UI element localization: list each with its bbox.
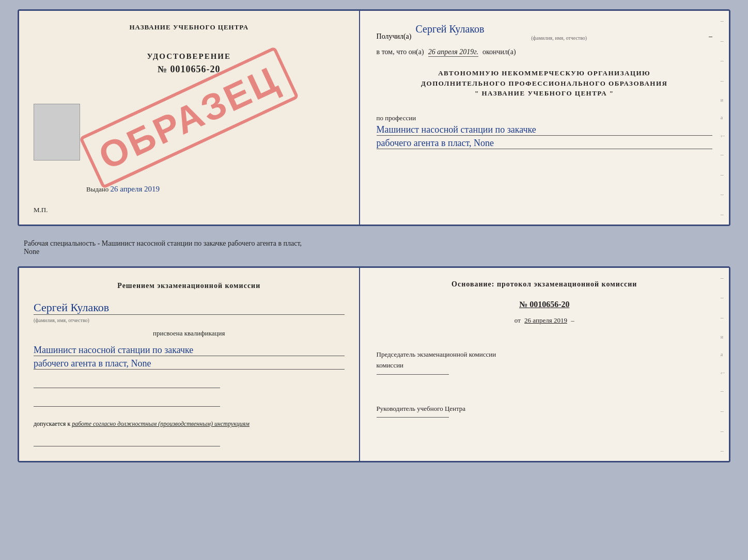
top-left-panel: НАЗВАНИЕ УЧЕБНОГО ЦЕНТРА ОБРАЗЕЦ УДОСТОВ… <box>19 11 360 225</box>
bottom-right-panel: Основание: протокол экзаменационной коми… <box>360 268 729 461</box>
udostoverenie-number: № 0010656-20 <box>158 64 221 75</box>
komissia-title: Решением экзаменационной комиссии <box>34 280 345 292</box>
vydano-label: Выдано <box>86 185 108 193</box>
org-block: АВТОНОМНУЮ НЕКОММЕРЧЕСКУЮ ОРГАНИЗАЦИЮ ДО… <box>377 68 712 99</box>
osnov-title: Основание: протокол экзаменационной коми… <box>377 280 712 289</box>
top-center-title: НАЗВАНИЕ УЧЕБНОГО ЦЕНТРА <box>34 23 345 31</box>
predsedatel-label: Председатель экзаменационной комиссии <box>377 349 712 360</box>
top-document: НАЗВАНИЕ УЧЕБНОГО ЦЕНТРА ОБРАЗЕЦ УДОСТОВ… <box>18 9 730 226</box>
sig-line-3 <box>34 437 220 446</box>
photo-placeholder <box>34 104 80 161</box>
org-line2: ДОПОЛНИТЕЛЬНОГО ПРОФЕССИОНАЛЬНОГО ОБРАЗО… <box>377 78 712 89</box>
separator-text-line2: None <box>24 248 730 256</box>
predsedatel-label2: комиссии <box>377 360 712 371</box>
person-name-sublabel: (фамилия, имя, отчество) <box>34 317 89 323</box>
side-dashes: –––– и а ‹– –––– <box>721 11 725 225</box>
poluchil-block: Получил(а) Сергей Кулаков (фамилия, имя,… <box>377 23 712 41</box>
vydano-date: 26 апреля 2019 <box>111 185 160 193</box>
dopusk-block: допускается к работе согласно должностны… <box>34 420 345 428</box>
org-line3: " НАЗВАНИЕ УЧЕБНОГО ЦЕНТРА " <box>377 88 712 99</box>
sig-line-1 <box>34 379 220 388</box>
person-block: Сергей Кулаков (фамилия, имя, отчество) <box>34 301 345 324</box>
okonchil-label: окончил(а) <box>482 48 516 56</box>
org-line1: АВТОНОМНУЮ НЕКОММЕРЧЕСКУЮ ОРГАНИЗАЦИЮ <box>377 68 712 78</box>
vtom-date: 26 апреля 2019г. <box>428 48 478 57</box>
poluchil-label: Получил(а) <box>377 33 412 41</box>
ot-label: от <box>515 316 521 324</box>
prisvoena-label: присвоена квалификация <box>34 329 345 338</box>
profession-line1: Машинист насосной станции по закачке <box>377 124 712 136</box>
udostoverenie-block: УДОСТОВЕРЕНИЕ № 0010656-20 <box>34 52 345 75</box>
vtom-block: в том, что он(а) 26 апреля 2019г. окончи… <box>377 48 712 57</box>
bottom-document: Решением экзаменационной комиссии Сергей… <box>18 266 730 462</box>
recipient-name: Сергей Кулаков <box>416 23 703 35</box>
predsedatel-block: Председатель экзаменационной комиссии ко… <box>377 349 712 375</box>
dopusk-text: работе согласно должностным (производств… <box>72 420 250 427</box>
sig-line-2 <box>34 397 220 407</box>
qualification-block: Машинист насосной станции по закачке раб… <box>34 343 345 370</box>
profession-line2: рабочего агента в пласт, None <box>377 138 712 149</box>
mp-label: М.П. <box>34 206 48 214</box>
ot-date-val: 26 апреля 2019 <box>524 316 567 324</box>
bottom-left-panel: Решением экзаменационной комиссии Сергей… <box>19 268 360 461</box>
rukov-block: Руководитель учебного Центра <box>377 404 712 418</box>
bottom-side-dashes: ––– и а ‹– –––– <box>721 268 725 461</box>
rukov-sig-line <box>377 417 449 418</box>
rukov-label: Руководитель учебного Центра <box>377 404 712 414</box>
vtom-label: в том, что он(а) <box>377 48 424 56</box>
ot-date: от 26 апреля 2019 – <box>377 316 712 325</box>
qual-line2: рабочего агента в пласт, None <box>34 358 345 370</box>
udostoverenie-label: УДОСТОВЕРЕНИЕ <box>147 52 231 61</box>
person-name: Сергей Кулаков <box>34 301 345 315</box>
dopusk-label: допускается к <box>34 420 70 427</box>
po-professii-label: по профессии <box>377 114 712 122</box>
top-right-panel: Получил(а) Сергей Кулаков (фамилия, имя,… <box>360 11 729 225</box>
recipient-block: Сергей Кулаков (фамилия, имя, отчество) <box>416 23 703 41</box>
profession-block: по профессии Машинист насосной станции п… <box>377 110 712 149</box>
separator-block: Рабочая специальность - Машинист насосно… <box>18 235 730 257</box>
vydano-line: Выдано 26 апреля 2019 <box>86 185 160 194</box>
protocol-number: № 0010656-20 <box>377 300 712 309</box>
predsedatel-sig-line <box>377 374 449 375</box>
separator-text-line1: Рабочая специальность - Машинист насосно… <box>24 239 730 248</box>
name-sublabel: (фамилия, имя, отчество) <box>416 35 703 41</box>
qual-line1: Машинист насосной станции по закачке <box>34 345 345 356</box>
